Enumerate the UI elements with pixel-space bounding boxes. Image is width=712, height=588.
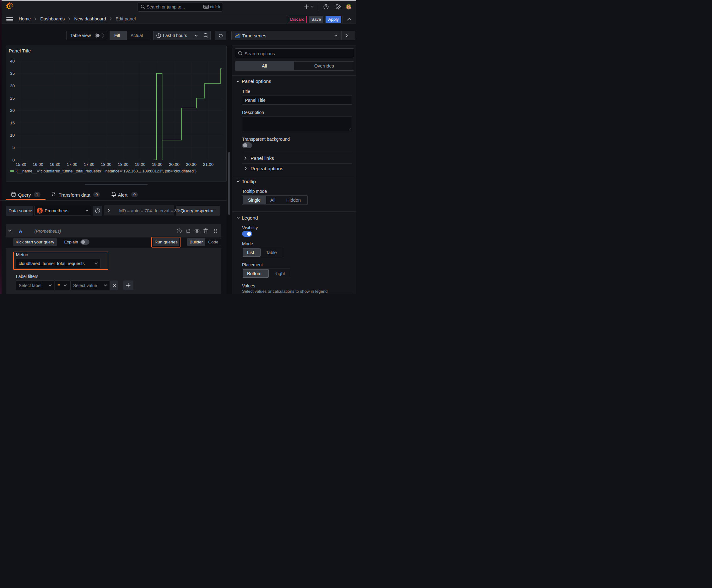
- svg-text:5: 5: [12, 145, 15, 150]
- svg-text:30: 30: [10, 84, 15, 88]
- svg-text:17:30: 17:30: [84, 162, 94, 167]
- svg-text:Panel Title: Panel Title: [9, 48, 31, 54]
- svg-text:16:30: 16:30: [50, 162, 60, 167]
- svg-text:40: 40: [10, 59, 15, 63]
- svg-text:20:00: 20:00: [169, 162, 179, 167]
- svg-text:15: 15: [10, 121, 15, 125]
- svg-text:19:00: 19:00: [135, 162, 146, 167]
- svg-text:20: 20: [10, 108, 15, 113]
- svg-text:18:00: 18:00: [101, 162, 111, 167]
- svg-text:17:00: 17:00: [67, 162, 78, 167]
- svg-text:20:30: 20:30: [186, 162, 196, 167]
- svg-text:15:30: 15:30: [16, 162, 26, 167]
- svg-text:0: 0: [12, 158, 15, 162]
- svg-text:{__name__="cloudflared_tunnel_: {__name__="cloudflared_tunnel_total_requ…: [17, 169, 197, 173]
- svg-text:25: 25: [10, 96, 15, 101]
- svg-text:35: 35: [10, 71, 15, 76]
- svg-text:21:00: 21:00: [203, 162, 214, 167]
- svg-text:16:00: 16:00: [33, 162, 43, 167]
- svg-text:19:30: 19:30: [152, 162, 163, 167]
- svg-text:10: 10: [10, 133, 15, 138]
- svg-text:18:30: 18:30: [118, 162, 128, 167]
